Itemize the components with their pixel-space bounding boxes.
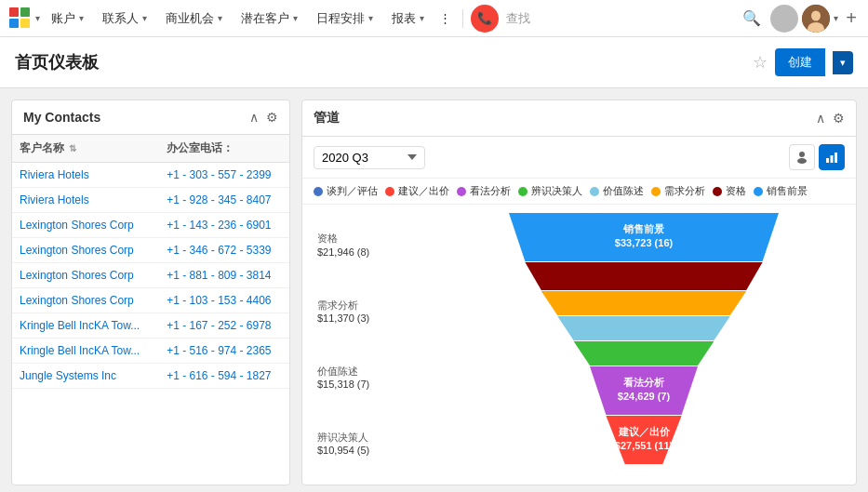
phone-button[interactable]: 📞: [471, 5, 499, 33]
contact-name-link[interactable]: Riviera Hotels: [20, 168, 89, 181]
nav-reports[interactable]: 报表 ▾: [384, 0, 432, 37]
svg-point-5: [811, 10, 821, 20]
contact-name-link[interactable]: Riviera Hotels: [20, 193, 89, 206]
search-label: 查找: [506, 10, 530, 27]
contacts-panel-title: My Contacts: [23, 110, 100, 125]
settings-icon[interactable]: ⚙: [266, 110, 278, 125]
svg-text:$33,723 (16): $33,723 (16): [614, 237, 673, 248]
contact-phone: +1 - 167 - 252 - 6978: [167, 319, 271, 332]
pipeline-panel-header: 管道 ∧ ⚙: [302, 100, 856, 137]
legend-item: 谈判／评估: [314, 184, 378, 198]
svg-rect-9: [826, 158, 829, 163]
nav-contacts[interactable]: 联系人 ▾: [95, 0, 154, 37]
legend-label: 价值陈述: [603, 184, 644, 198]
contact-name-link[interactable]: Jungle Systems Inc: [20, 369, 116, 382]
funnel-segment[interactable]: [557, 316, 730, 340]
funnel-segment[interactable]: [525, 262, 762, 290]
legend-label: 销售前景: [767, 184, 808, 198]
nav-accounts[interactable]: 账户 ▾: [44, 0, 91, 37]
nav-divider: [462, 9, 463, 28]
chart-view-btn[interactable]: [819, 144, 845, 170]
funnel-segment[interactable]: [541, 291, 745, 315]
svg-point-7: [799, 152, 805, 157]
funnel-area: 资格$21,946 (8)需求分析$11,370 (3)价值陈述$15,318 …: [302, 205, 856, 485]
pipeline-settings-icon[interactable]: ⚙: [833, 111, 845, 126]
contact-name-link[interactable]: Lexington Shores Corp: [20, 294, 134, 307]
nav-leads[interactable]: 潜在客户 ▾: [234, 0, 305, 37]
legend-dot: [754, 187, 763, 196]
contact-phone: +1 - 516 - 974 - 2365: [167, 344, 271, 357]
svg-rect-0: [9, 7, 19, 17]
funnel-left-label: 辨识决策人$10,954 (5): [317, 431, 438, 458]
legend-item: 资格: [713, 184, 746, 198]
contact-phone: +1 - 881 - 809 - 3814: [167, 269, 271, 282]
funnel-segment[interactable]: [573, 341, 714, 366]
contact-name-link[interactable]: Kringle Bell IncKA Tow...: [20, 319, 140, 332]
funnel-left-label: 价值陈述$15,318 (7): [317, 365, 438, 392]
contact-name-link[interactable]: Lexington Shores Corp: [20, 244, 134, 257]
svg-text:销售前景: 销售前景: [622, 223, 664, 234]
legend-label: 需求分析: [664, 184, 705, 198]
contacts-panel-header: My Contacts ∧ ⚙: [12, 100, 289, 135]
contact-name-link[interactable]: Lexington Shores Corp: [20, 269, 134, 282]
main-content: My Contacts ∧ ⚙ 客户名称 ⇅ 办公室电话：: [0, 88, 868, 492]
legend-item: 需求分析: [651, 184, 705, 198]
col-phone-header: 办公室电话：: [159, 135, 289, 163]
nav-more[interactable]: ⋮: [435, 0, 455, 37]
funnel-wrapper: 资格$21,946 (8)需求分析$11,370 (3)价值陈述$15,318 …: [317, 212, 841, 477]
svg-text:建议／出价: 建议／出价: [617, 426, 670, 437]
legend-label: 谈判／评估: [327, 184, 378, 198]
create-dropdown-button[interactable]: ▾: [833, 51, 853, 74]
contacts-scroll[interactable]: 客户名称 ⇅ 办公室电话： Riviera Hotels +1 - 303 - …: [12, 135, 289, 485]
period-select[interactable]: 2020 Q12020 Q22020 Q32020 Q4: [314, 146, 425, 169]
svg-rect-1: [20, 7, 30, 17]
nav-opportunities[interactable]: 商业机会 ▾: [158, 0, 230, 37]
legend-item: 看法分析: [457, 184, 511, 198]
table-row: Jungle Systems Inc +1 - 616 - 594 - 1827: [12, 364, 289, 389]
sort-icon: ⇅: [69, 143, 76, 153]
svg-rect-2: [9, 19, 19, 28]
contacts-table: 客户名称 ⇅ 办公室电话： Riviera Hotels +1 - 303 - …: [12, 135, 289, 389]
contact-phone: +1 - 346 - 672 - 5339: [167, 244, 271, 257]
view-toggle: [789, 144, 845, 170]
col-name-header[interactable]: 客户名称 ⇅: [12, 135, 159, 163]
contacts-panel-controls: ∧ ⚙: [249, 110, 278, 125]
notifications-avatar[interactable]: [770, 5, 798, 33]
page-actions: ☆ 创建 ▾: [753, 48, 853, 76]
app-logo[interactable]: ▾: [7, 6, 40, 32]
create-button[interactable]: 创建: [775, 48, 825, 76]
pipeline-collapse-icon[interactable]: ∧: [816, 111, 825, 126]
svg-point-8: [797, 158, 807, 164]
legend-item: 销售前景: [754, 184, 808, 198]
pipeline-title: 管道: [314, 110, 340, 126]
legend-item: 辨识决策人: [518, 184, 582, 198]
pipeline-toolbar: 2020 Q12020 Q22020 Q32020 Q4: [302, 137, 856, 179]
svg-text:$27,551 (11): $27,551 (11): [614, 440, 673, 451]
contact-name-link[interactable]: Kringle Bell IncKA Tow...: [20, 344, 140, 357]
funnel-left-label: 资格$21,946 (8): [317, 232, 438, 259]
page-title: 首页仪表板: [15, 51, 99, 73]
contact-phone: +1 - 103 - 153 - 4406: [167, 294, 271, 307]
person-view-btn[interactable]: [789, 144, 815, 170]
legend-dot: [590, 187, 599, 196]
nav-calendar[interactable]: 日程安排 ▾: [309, 0, 381, 37]
contact-name-link[interactable]: Lexington Shores Corp: [20, 219, 134, 232]
funnel-left-labels: 资格$21,946 (8)需求分析$11,370 (3)价值陈述$15,318 …: [317, 212, 438, 477]
contact-phone: +1 - 143 - 236 - 6901: [167, 219, 271, 232]
table-row: Kringle Bell IncKA Tow... +1 - 167 - 252…: [12, 313, 289, 339]
plus-button[interactable]: +: [842, 7, 861, 29]
logo-caret[interactable]: ▾: [35, 13, 40, 23]
svg-rect-11: [835, 153, 837, 163]
svg-rect-3: [20, 19, 30, 28]
top-nav: ▾ 账户 ▾ 联系人 ▾ 商业机会 ▾ 潜在客户 ▾ 日程安排 ▾ 报表 ▾ ⋮…: [0, 0, 868, 37]
search-icon[interactable]: 🔍: [737, 9, 767, 27]
legend-label: 看法分析: [470, 184, 511, 198]
collapse-icon[interactable]: ∧: [249, 110, 259, 125]
table-row: Kringle Bell IncKA Tow... +1 - 516 - 974…: [12, 339, 289, 364]
legend-item: 建议／出价: [385, 184, 449, 198]
user-menu-caret[interactable]: ▾: [834, 13, 838, 23]
favorite-icon[interactable]: ☆: [753, 52, 768, 73]
table-row: Lexington Shores Corp +1 - 881 - 809 - 3…: [12, 263, 289, 288]
user-avatar[interactable]: [802, 5, 830, 33]
legend-label: 建议／出价: [398, 184, 449, 198]
